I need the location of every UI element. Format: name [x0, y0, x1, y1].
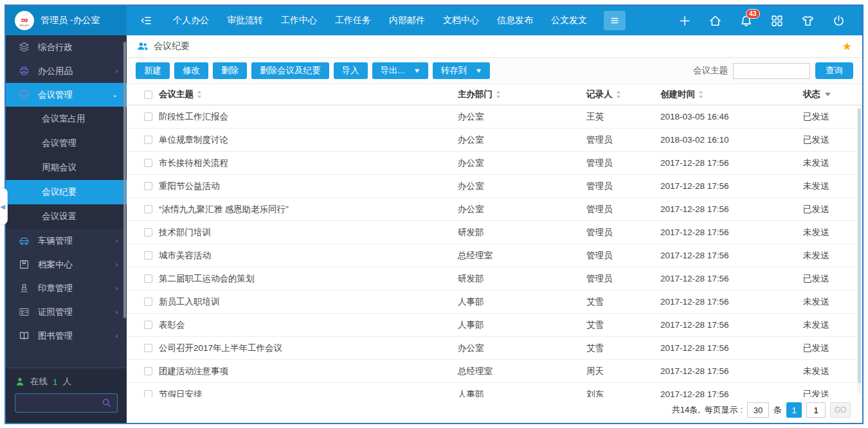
sidebar-subitem-会议纪要[interactable]: 会议纪要	[6, 180, 127, 204]
sidebar-collapse-handle[interactable]: ◀	[0, 188, 8, 225]
column-header-status[interactable]: 状态	[803, 89, 862, 100]
per-page-value[interactable]: 30	[747, 402, 769, 418]
toolbar-button-修改[interactable]: 修改	[174, 62, 208, 79]
add-icon[interactable]	[678, 14, 691, 28]
goto-page-input[interactable]	[806, 402, 826, 418]
sort-icon[interactable]	[616, 91, 621, 98]
cell-subject[interactable]: 节假日安排	[152, 389, 458, 398]
row-checkbox[interactable]	[144, 321, 152, 329]
cell-subject[interactable]: 单位规章制度讨论	[152, 134, 458, 146]
brand-area[interactable]: ∞ 华天动力 管理员 -办公室	[6, 6, 127, 35]
top-nav-item[interactable]: 个人办公	[164, 6, 218, 35]
toolbar-button-导入[interactable]: 导入	[334, 62, 368, 79]
cell-subject[interactable]: 阶段性工作汇报会	[152, 111, 458, 123]
column-header-recorder[interactable]: 记录人	[586, 89, 660, 100]
sidebar-item-图书管理[interactable]: 图书管理›	[6, 324, 127, 348]
sidebar-subitem-会议设置[interactable]: 会议设置	[6, 204, 127, 229]
go-button[interactable]: GO	[830, 402, 851, 418]
cell-subject[interactable]: 公司召开2017年上半年工作会议	[152, 343, 458, 354]
sidebar-subitem-周期会议[interactable]: 周期会议	[6, 156, 127, 180]
cell-subject[interactable]: 新员工入职培训	[152, 296, 458, 308]
toolbar-button-新建[interactable]: 新建	[136, 62, 170, 79]
table-row[interactable]: 技术部门培训研发部管理员2017-12-28 17:56未发送	[127, 221, 862, 244]
subject-search-input[interactable]	[733, 63, 810, 79]
column-header-subject[interactable]: 会议主题	[152, 89, 458, 100]
sidebar-item-车辆管理[interactable]: 车辆管理›	[6, 229, 127, 253]
notifications-icon[interactable]: 43	[739, 14, 753, 28]
menu-collapse-icon[interactable]	[140, 13, 154, 28]
sort-icon[interactable]	[197, 91, 202, 98]
table-row[interactable]: 公司召开2017年上半年工作会议办公室艾雪2017-12-28 17:56已发送	[127, 337, 862, 360]
cell-subject[interactable]: 城市美容活动	[152, 250, 458, 262]
row-checkbox[interactable]	[144, 228, 152, 236]
sidebar-item-办公用品[interactable]: 办公用品›	[6, 59, 127, 83]
row-checkbox[interactable]	[144, 274, 152, 283]
favorite-star-icon[interactable]: ★	[842, 40, 852, 53]
row-checkbox[interactable]	[144, 182, 152, 190]
cell-subject[interactable]: “浓情九九聚汇雅 感恩助老乐同行”	[152, 204, 458, 215]
row-checkbox[interactable]	[144, 112, 152, 121]
cell-subject[interactable]: 团建活动注意事项	[152, 366, 458, 377]
row-checkbox[interactable]	[144, 298, 152, 306]
table-row[interactable]: 单位规章制度讨论办公室管理员2018-03-02 16:10已发送	[127, 129, 862, 152]
row-checkbox[interactable]	[144, 205, 152, 213]
table-row[interactable]: 阶段性工作汇报会办公室王英2018-03-05 16:46已发送	[127, 105, 862, 129]
theme-icon[interactable]	[801, 14, 815, 28]
top-nav-item[interactable]: 信息发布	[488, 6, 542, 35]
sidebar-item-印章管理[interactable]: 印章管理›	[6, 276, 127, 300]
sidebar-item-证照管理[interactable]: 证照管理›	[6, 300, 127, 324]
power-icon[interactable]	[832, 14, 845, 28]
table-row[interactable]: 新员工入职培训人事部艾雪2017-12-28 17:56未发送	[127, 290, 862, 314]
row-checkbox[interactable]	[144, 344, 152, 352]
table-row[interactable]: “浓情九九聚汇雅 感恩助老乐同行”办公室管理员2017-12-28 17:56已…	[127, 198, 862, 221]
search-icon[interactable]	[102, 398, 112, 408]
top-nav-item[interactable]: 审批流转	[218, 6, 272, 35]
table-row[interactable]: 城市美容活动总经理室管理员2017-12-28 17:56未发送	[127, 244, 862, 267]
table-row[interactable]: 表彰会人事部艾雪2017-12-28 17:56未发送	[127, 314, 862, 337]
toolbar-button-导出[interactable]: 导出...▼	[372, 62, 428, 79]
column-header-created[interactable]: 创建时间	[660, 89, 803, 100]
query-button[interactable]: 查询	[815, 62, 853, 79]
table-row[interactable]: 节假日安排人事部刘东2017-12-28 17:56已发送	[127, 383, 862, 397]
cell-subject[interactable]: 技术部门培训	[152, 227, 458, 238]
sidebar-search-input[interactable]	[21, 398, 102, 408]
home-icon[interactable]	[709, 14, 722, 28]
more-menu-icon[interactable]	[604, 11, 626, 30]
top-nav-item[interactable]: 工作任务	[326, 6, 380, 35]
cell-subject[interactable]: 市长接待相关流程	[152, 157, 458, 169]
top-nav-item[interactable]: 公文发文	[542, 6, 596, 35]
sidebar-item-综合行政[interactable]: 综合行政	[6, 35, 127, 59]
table-row[interactable]: 重阳节公益活动办公室管理员2017-12-28 17:56未发送	[127, 175, 862, 198]
sidebar-search[interactable]	[15, 393, 118, 413]
filter-down-icon[interactable]	[825, 93, 831, 96]
sidebar-subitem-会议室占用[interactable]: 会议室占用	[6, 107, 127, 131]
sort-icon[interactable]	[496, 91, 501, 98]
toolbar-button-删除会议及纪要[interactable]: 删除会议及纪要	[251, 62, 329, 79]
select-all-checkbox[interactable]	[144, 91, 152, 99]
toolbar-button-转存到[interactable]: 转存到▼	[433, 62, 490, 79]
table-row[interactable]: 市长接待相关流程办公室管理员2017-12-28 17:56未发送	[127, 152, 862, 175]
row-checkbox[interactable]	[144, 251, 152, 260]
row-checkbox[interactable]	[144, 136, 152, 144]
sidebar-item-档案中心[interactable]: 档案中心›	[6, 253, 127, 276]
sidebar-scrollbar[interactable]	[123, 42, 126, 318]
sidebar-subitem-会议管理[interactable]: 会议管理	[6, 131, 127, 156]
sort-icon[interactable]	[698, 91, 703, 98]
top-nav-item[interactable]: 文档中心	[434, 6, 488, 35]
cell-subject[interactable]: 表彰会	[152, 319, 458, 331]
top-nav-item[interactable]: 内部邮件	[380, 6, 434, 35]
row-checkbox[interactable]	[144, 367, 152, 375]
top-nav-item[interactable]: 工作中心	[272, 6, 326, 35]
row-checkbox[interactable]	[144, 159, 152, 167]
toolbar-button-删除[interactable]: 删除	[213, 62, 247, 79]
table-row[interactable]: 第二届职工运动会的策划研发部管理员2017-12-28 17:56已发送	[127, 267, 862, 290]
row-checkbox[interactable]	[144, 390, 152, 397]
sidebar-item-会议管理[interactable]: 会议管理⌄	[6, 83, 127, 107]
table-row[interactable]: 团建活动注意事项总经理室周天2017-12-28 17:56未发送	[127, 360, 862, 383]
cell-subject[interactable]: 第二届职工运动会的策划	[152, 273, 458, 285]
apps-icon[interactable]	[770, 14, 784, 28]
main-scrollbar[interactable]	[857, 107, 862, 393]
column-header-dept[interactable]: 主办部门	[458, 89, 586, 100]
current-page-button[interactable]: 1	[786, 402, 802, 418]
cell-subject[interactable]: 重阳节公益活动	[152, 181, 458, 192]
